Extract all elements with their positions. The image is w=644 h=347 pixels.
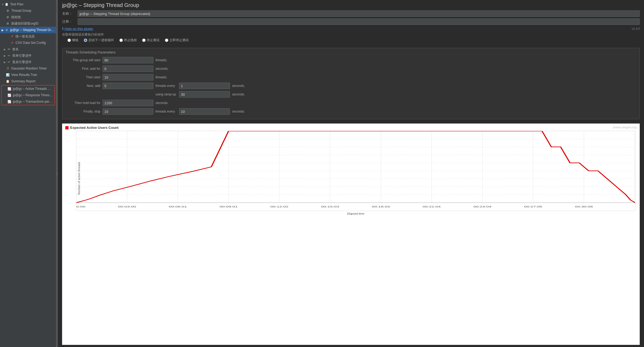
param-row-wait: First, wait for seconds;	[66, 65, 636, 72]
param-unit-wait: seconds;	[156, 67, 177, 71]
error-action-label: 在取样器错误后要执行的动作	[62, 32, 640, 37]
param-unit-then-start: threads;	[156, 75, 177, 79]
param-label-hold: Then hold load for	[66, 101, 100, 105]
radio-stop-thread-label: 停止线程	[124, 38, 137, 43]
sidebar-item-stepping-thread[interactable]: ▶ ⚙ jp@gc – Stepping Thread Group (depre…	[0, 27, 56, 33]
param-input-ramp-up[interactable]	[179, 91, 230, 98]
radio-next-loop-label: 启动下一进程循环	[88, 38, 114, 43]
radio-continue[interactable]: 继续	[67, 38, 78, 43]
y-axis-label: Number of active threads	[77, 162, 81, 195]
param-label-stop: Finally, stop	[66, 110, 100, 113]
svg-text:00:21:04: 00:21:04	[423, 205, 441, 208]
sidebar-item-test-plan[interactable]: ▼ 📋 Test Plan	[0, 1, 56, 7]
param-input-next-add-every[interactable]	[179, 83, 230, 89]
param-label-wait: First, wait for	[66, 67, 100, 71]
arrow-icon: ▼	[1, 3, 4, 6]
comment-label: 注释：	[62, 19, 75, 24]
sidebar-item-sign[interactable]: ▶ ✏ 签名	[0, 46, 56, 52]
chart-title-text: Expected Active Users Count	[70, 126, 119, 130]
param-input-wait[interactable]	[103, 65, 153, 72]
param-input-hold[interactable]	[103, 100, 153, 106]
radio-stop-test-label: 停止测试	[147, 38, 160, 43]
close-icon: ✗	[10, 40, 14, 45]
sidebar-item-view-results-tree[interactable]: 📊 View Results Tree	[0, 72, 56, 78]
sidebar-item-thread-group-cn[interactable]: ⚙ 线程组	[0, 14, 56, 20]
gear-icon: ⚙	[5, 15, 10, 20]
sampler-icon: ✏	[6, 60, 11, 64]
report-icon: 📋	[5, 79, 10, 84]
sidebar-item-response-times[interactable]: 📈 jp@gc – Response Times Over Time	[2, 92, 54, 98]
sidebar-item-thread-group[interactable]: ⚙ Thread Group	[0, 7, 56, 14]
sidebar-item-label: Thread Group	[11, 9, 55, 13]
svg-text:00:03:00: 00:03:00	[118, 205, 136, 208]
param-unit2-next-add: seconds,	[232, 84, 245, 88]
chart-icon: 📊	[5, 72, 10, 77]
radio-stop-now-input[interactable]	[165, 38, 168, 42]
comment-input[interactable]	[78, 18, 640, 25]
folder-icon: ✏	[6, 47, 11, 52]
param-input-next-add[interactable]	[103, 83, 153, 89]
svg-text:00:18:03: 00:18:03	[372, 205, 390, 208]
param-row-ramp-up: using ramp-up seconds.	[66, 91, 636, 98]
sidebar-item-label: Summary Report	[11, 79, 55, 83]
sidebar-item-unified-sign[interactable]: ✗ 统一签名信息	[0, 33, 56, 40]
sidebar-item-label: jp@gc – Response Times Over Time	[13, 93, 53, 97]
arrow-icon: ▶	[3, 61, 6, 64]
arrow-icon: ▶	[3, 48, 6, 51]
radio-continue-input[interactable]	[67, 38, 71, 42]
sidebar-item-summary-report[interactable]: 📋 Summary Report	[0, 78, 56, 84]
sidebar-item-active-threads[interactable]: 📈 jp@gc – Active Threads Over Time	[2, 86, 54, 92]
x-axis-label: Elapsed time	[76, 212, 635, 215]
radio-stop-thread[interactable]: 停止线程	[119, 38, 137, 43]
timer-icon: ⏱	[5, 66, 10, 71]
chart-icon: 📈	[7, 99, 12, 104]
sidebar-item-label: 新建组织获取orgID	[11, 21, 55, 26]
sidebar: ▼ 📋 Test Plan ⚙ Thread Group ⚙ 线程组 ⚙ 新建组…	[0, 0, 56, 347]
param-input-start[interactable]	[103, 57, 153, 63]
grouped-listeners-box: 📈 jp@gc – Active Threads Over Time 📈 jp@…	[1, 85, 55, 105]
param-unit-hold: seconds.	[156, 101, 177, 105]
name-label: 名称：	[62, 11, 75, 16]
param-unit-stop: threads every	[156, 110, 177, 113]
radio-stop-test-input[interactable]	[142, 38, 146, 42]
sidebar-item-label: Gaussian Random Timer	[11, 67, 55, 70]
sidebar-item-new-org[interactable]: ⚙ 新建组织获取orgID	[0, 20, 56, 27]
sidebar-item-csv-config[interactable]: ✗ CSV Data Set Config	[0, 40, 56, 46]
chart-icon: 📈	[7, 86, 12, 91]
radio-stop-thread-input[interactable]	[119, 38, 123, 42]
sidebar-item-transactions[interactable]: 📈 jp@gc – Transactions per Second	[2, 98, 54, 105]
svg-text:00:06:01: 00:06:01	[169, 205, 187, 208]
param-input-stop-every[interactable]	[179, 108, 230, 115]
param-input-then-start[interactable]	[103, 74, 153, 80]
panel-title: jp@gc – Stepping Thread Group	[62, 2, 640, 8]
help-row: ℹ Help on this plugin v1.4.0	[62, 26, 640, 31]
sidebar-item-complex-sampler[interactable]: ▶ ✏ 复杂引擎进件	[0, 59, 56, 65]
radio-stop-now[interactable]: 立即停止测试	[165, 38, 189, 43]
svg-text:00:12:02: 00:12:02	[270, 205, 289, 208]
panel-header: jp@gc – Stepping Thread Group 名称： 注释： ℹ …	[58, 0, 644, 46]
gear-icon: ⚙	[5, 8, 10, 13]
info-icon: ℹ	[62, 26, 63, 31]
param-unit2-ramp-up: seconds.	[232, 92, 245, 96]
sidebar-item-label: Test Plan	[10, 2, 55, 6]
chart-line	[76, 131, 635, 203]
param-label-then-start: Then start	[66, 75, 100, 79]
sidebar-item-simple-sampler[interactable]: ▶ ✏ 简单引擎进件	[0, 52, 56, 59]
param-row-stop: Finally, stop threads every seconds.	[66, 108, 636, 115]
param-label-start: This group will start	[66, 58, 100, 62]
testplan-icon: 📋	[4, 2, 9, 7]
name-input[interactable]	[78, 10, 640, 17]
radio-next-loop-input[interactable]	[84, 38, 87, 42]
help-link[interactable]: Help on this plugin	[65, 27, 93, 31]
param-row-hold: Then hold load for seconds.	[66, 100, 636, 106]
radio-next-loop[interactable]: 启动下一进程循环	[84, 38, 114, 43]
param-input-stop[interactable]	[103, 108, 153, 115]
sidebar-item-gaussian-timer[interactable]: ⏱ Gaussian Random Timer	[0, 65, 56, 72]
name-row: 名称：	[62, 10, 640, 17]
sidebar-item-label: CSV Data Set Config	[16, 41, 55, 45]
param-unit-start: threads;	[156, 58, 177, 62]
radio-stop-test[interactable]: 停止测试	[142, 38, 160, 43]
param-row-start: This group will start threads;	[66, 57, 636, 63]
gear-icon: ⚙	[4, 28, 9, 32]
threads-section-title: Threads Scheduling Parameters	[66, 50, 636, 54]
